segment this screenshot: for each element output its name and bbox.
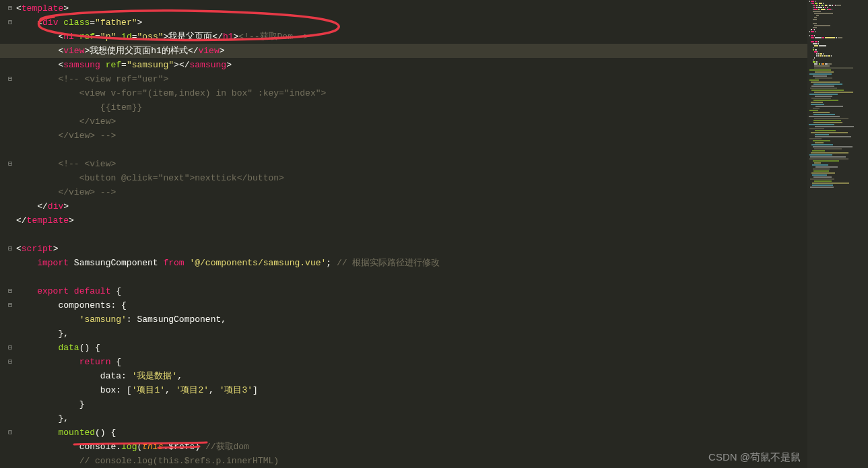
code-line[interactable]: <template> — [16, 1, 807, 15]
gutter-line[interactable]: ⊟ — [0, 341, 16, 355]
code-line[interactable]: console.log(this.$refs) //获取dom — [16, 440, 807, 454]
gutter-line[interactable] — [0, 256, 16, 270]
gutter-line[interactable] — [0, 270, 16, 284]
code-area[interactable]: <template> <div class="father"> <h1 ref=… — [16, 0, 807, 468]
gutter-line[interactable] — [0, 129, 16, 143]
code-line[interactable]: }, — [16, 411, 807, 426]
gutter-line[interactable] — [0, 327, 16, 341]
code-line[interactable]: </view> --> — [16, 185, 807, 199]
gutter-line[interactable] — [0, 143, 16, 157]
code-line[interactable]: data() { — [16, 341, 807, 355]
gutter-line[interactable] — [0, 100, 16, 114]
gutter-line[interactable] — [0, 86, 16, 100]
code-line[interactable]: } — [16, 397, 807, 411]
code-line[interactable]: box: ['项目1', '项目2', '项目3'] — [16, 383, 807, 397]
code-line[interactable]: <!-- <view ref="uer"> — [16, 72, 807, 86]
gutter-line[interactable] — [0, 199, 16, 213]
gutter-line[interactable]: ⊟ — [0, 72, 16, 86]
gutter-line[interactable] — [0, 411, 16, 426]
code-line[interactable]: <h1 ref="p" id="oss">我是父页面</h1><!--获取Dom… — [16, 30, 807, 44]
code-line[interactable]: <!-- <view> — [16, 157, 807, 171]
code-line[interactable]: <div class="father"> — [16, 15, 807, 30]
gutter-line[interactable] — [0, 30, 16, 44]
gutter-line[interactable]: ⊟ — [0, 298, 16, 312]
code-line[interactable]: return { — [16, 355, 807, 369]
gutter-line[interactable] — [0, 228, 16, 242]
code-line[interactable]: <view>我想使用父页面h1的样式</view> — [16, 44, 807, 58]
code-line[interactable]: export default { — [16, 284, 807, 298]
code-line[interactable]: </view> --> — [16, 129, 807, 143]
gutter-line[interactable] — [0, 171, 16, 185]
code-line[interactable] — [16, 143, 807, 157]
gutter-line[interactable] — [0, 185, 16, 199]
code-line[interactable]: // console.log(this.$refs.p.innerHTML) — [16, 454, 807, 468]
watermark-text: CSDN @苟鼠不是鼠 — [708, 451, 801, 464]
code-line[interactable]: <script> — [16, 242, 807, 256]
code-line[interactable]: {{item}} — [16, 100, 807, 114]
code-line[interactable]: </div> — [16, 199, 807, 213]
code-line[interactable]: data: '我是数据', — [16, 369, 807, 383]
code-line[interactable] — [16, 228, 807, 242]
gutter-line[interactable]: ⊟ — [0, 242, 16, 256]
code-line[interactable]: <view v-for="(item,index) in box" :key="… — [16, 86, 807, 100]
code-line[interactable]: components: { — [16, 298, 807, 312]
gutter-line[interactable]: ⊟ — [0, 157, 16, 171]
code-line[interactable]: </view> — [16, 114, 807, 129]
gutter-line[interactable] — [0, 454, 16, 468]
gutter-line[interactable] — [0, 383, 16, 397]
code-line[interactable]: mounted() { — [16, 426, 807, 440]
minimap[interactable] — [807, 0, 868, 468]
gutter-line[interactable] — [0, 58, 16, 72]
gutter-line[interactable] — [0, 114, 16, 129]
gutter-line[interactable]: ⊟ — [0, 426, 16, 440]
gutter-line[interactable] — [0, 440, 16, 454]
code-line[interactable]: <samsung ref="samsung"></samsung> — [16, 58, 807, 72]
code-line[interactable]: </template> — [16, 213, 807, 228]
gutter-line[interactable] — [0, 44, 16, 58]
line-gutter[interactable]: ⊟⊟⊟⊟⊟⊟⊟⊟⊟⊟ — [0, 0, 16, 468]
gutter-line[interactable]: ⊟ — [0, 284, 16, 298]
editor-container: ⊟⊟⊟⊟⊟⊟⊟⊟⊟⊟ <template> <div class="father… — [0, 0, 868, 468]
code-line[interactable]: <button @click="next">nexttick</button> — [16, 171, 807, 185]
code-line[interactable]: 'samsung': SamsungComponent, — [16, 312, 807, 327]
gutter-line[interactable]: ⊟ — [0, 1, 16, 15]
gutter-line[interactable] — [0, 397, 16, 411]
gutter-line[interactable] — [0, 213, 16, 228]
gutter-line[interactable]: ⊟ — [0, 355, 16, 369]
code-line[interactable] — [16, 270, 807, 284]
gutter-line[interactable] — [0, 369, 16, 383]
code-line[interactable]: import SamsungComponent from '@/componen… — [16, 256, 807, 270]
code-line[interactable]: }, — [16, 327, 807, 341]
gutter-line[interactable] — [0, 312, 16, 327]
gutter-line[interactable]: ⊟ — [0, 15, 16, 30]
